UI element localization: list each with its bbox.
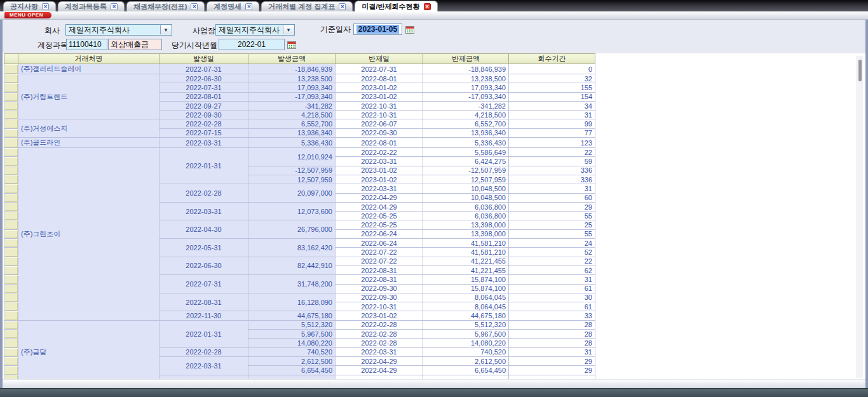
row-selector[interactable]	[4, 229, 18, 238]
collect-days-cell[interactable]: 55	[509, 229, 595, 238]
settle-amount-cell[interactable]: 10,048,500	[423, 193, 509, 202]
collect-days-cell[interactable]: 123	[509, 138, 595, 148]
settle-date-cell[interactable]: 2023-01-02	[336, 92, 423, 101]
settle-date-cell[interactable]: 2022-04-29	[336, 356, 423, 365]
settle-date-cell[interactable]: 2023-01-02	[336, 311, 423, 320]
tab-6[interactable]: 미결/반제회수현황✕	[355, 1, 437, 11]
collect-days-cell[interactable]: 24	[509, 239, 595, 248]
customer-name-cell[interactable]: (주)갤러리드슬레이	[18, 64, 159, 74]
menu-open-button[interactable]: MENU OPEN	[4, 12, 51, 18]
column-header-3[interactable]: 발생금액	[248, 54, 336, 64]
collect-days-cell[interactable]: 336	[509, 175, 595, 184]
site-select[interactable]: 제일저지주식회사 ▾	[215, 24, 295, 36]
settle-date-cell[interactable]: 2022-06-07	[336, 119, 423, 128]
settle-amount-cell[interactable]: 17,093,340	[423, 83, 509, 92]
collect-days-cell[interactable]: 60	[509, 193, 595, 202]
occur-amount-cell[interactable]: 13,936,340	[248, 128, 336, 137]
occur-date-cell[interactable]: 2022-05-31	[159, 239, 248, 257]
occur-amount-cell[interactable]: 6,654,450	[248, 366, 336, 375]
occur-amount-cell[interactable]: -12,507,959	[248, 166, 336, 175]
row-selector[interactable]	[4, 248, 18, 257]
settle-date-cell[interactable]: 2023-01-02	[336, 175, 423, 184]
occur-amount-cell[interactable]: 26,796,000	[248, 220, 336, 239]
settle-date-cell[interactable]: 2022-09-30	[336, 293, 423, 302]
row-selector[interactable]	[4, 356, 18, 365]
settle-date-cell[interactable]: 2022-05-25	[336, 212, 423, 220]
period-input[interactable]: 2022-01	[219, 39, 285, 50]
tab-close-icon[interactable]: ✕	[111, 3, 118, 10]
settle-date-cell[interactable]: 2022-03-31	[336, 157, 423, 166]
collect-days-cell[interactable]: 31	[509, 184, 595, 193]
row-selector[interactable]	[4, 166, 18, 175]
tab-3[interactable]: 채권채무장(전표)✕	[126, 1, 205, 11]
occur-amount-cell[interactable]: 44,675,180	[248, 311, 336, 320]
row-selector[interactable]	[4, 64, 18, 74]
settle-amount-cell[interactable]: -341,282	[423, 101, 509, 110]
tab-close-icon[interactable]: ✕	[424, 3, 431, 10]
occur-amount-cell[interactable]: 31,748,200	[248, 275, 336, 293]
row-selector[interactable]	[4, 184, 18, 193]
settle-amount-cell[interactable]: 41,581,210	[423, 248, 509, 257]
occur-date-cell[interactable]: 2022-08-01	[159, 92, 248, 101]
row-selector[interactable]	[4, 220, 18, 229]
row-selector[interactable]	[4, 320, 18, 329]
occur-date-cell[interactable]: 2022-02-28	[159, 184, 248, 203]
collect-days-cell[interactable]: 29	[509, 356, 595, 365]
occur-date-cell[interactable]: 2022-02-28	[159, 347, 248, 356]
row-selector[interactable]	[4, 311, 18, 320]
occur-date-cell[interactable]: 2022-11-30	[159, 311, 248, 320]
customer-name-cell[interactable]: (주)거림트렌드	[18, 74, 159, 119]
collect-days-cell[interactable]: 29	[509, 366, 595, 375]
tab-close-icon[interactable]: ✕	[42, 3, 49, 10]
settle-amount-cell[interactable]: 5,967,500	[423, 330, 509, 339]
tab-close-icon[interactable]: ✕	[339, 3, 346, 10]
collect-days-cell[interactable]: 336	[509, 166, 595, 175]
occur-date-cell[interactable]: 2022-01-31	[159, 320, 248, 347]
row-selector[interactable]	[4, 138, 18, 148]
settle-amount-cell[interactable]: 13,398,000	[423, 220, 509, 229]
settle-date-cell[interactable]: 2022-02-22	[336, 148, 423, 157]
occur-amount-cell[interactable]: -17,093,340	[248, 92, 336, 101]
collect-days-cell[interactable]: 31	[509, 347, 595, 356]
row-selector[interactable]	[4, 148, 18, 157]
collect-days-cell[interactable]: 30	[509, 293, 595, 302]
settle-amount-cell[interactable]: -17,093,340	[423, 92, 509, 101]
occur-amount-cell[interactable]: 83,162,420	[248, 239, 336, 257]
occur-amount-cell[interactable]: -18,846,939	[248, 64, 336, 74]
collect-days-cell[interactable]: 77	[509, 128, 595, 137]
collect-days-cell[interactable]: 29	[509, 202, 595, 211]
calendar-icon[interactable]	[287, 40, 296, 49]
occur-date-cell[interactable]: 2022-08-31	[159, 293, 248, 311]
chevron-down-icon[interactable]: ▾	[283, 25, 294, 34]
settle-date-cell[interactable]: 2022-09-30	[336, 284, 423, 293]
settle-date-cell[interactable]: 2022-10-31	[336, 302, 423, 311]
row-selector[interactable]	[4, 330, 18, 339]
row-selector[interactable]	[4, 111, 18, 119]
tab-2[interactable]: 계정과목등록✕	[58, 1, 125, 11]
row-selector[interactable]	[4, 239, 18, 248]
settle-amount-cell[interactable]: 5,586,649	[423, 148, 509, 157]
settle-amount-cell[interactable]: 4,218,500	[423, 111, 509, 119]
settle-amount-cell[interactable]: 44,675,180	[423, 311, 509, 320]
tab-4[interactable]: 계정명세✕	[207, 1, 259, 11]
customer-name-cell[interactable]: (주)금담	[18, 320, 159, 380]
occur-amount-cell[interactable]: 14,080,220	[248, 339, 336, 347]
settle-date-cell[interactable]: 2022-10-31	[336, 101, 423, 110]
occur-amount-cell[interactable]: 16,128,090	[248, 293, 336, 311]
settle-amount-cell[interactable]: 6,036,800	[423, 202, 509, 211]
occur-amount-cell[interactable]: 740,520	[248, 347, 336, 356]
scrollbar-thumb[interactable]	[858, 60, 862, 81]
settle-amount-cell[interactable]: 2,612,500	[423, 356, 509, 365]
row-selector[interactable]	[4, 193, 18, 202]
settle-amount-cell[interactable]: 8,064,045	[423, 293, 509, 302]
collect-days-cell[interactable]: 59	[509, 157, 595, 166]
settle-date-cell[interactable]: 2022-07-22	[336, 248, 423, 257]
occur-date-cell[interactable]: 2022-07-31	[159, 64, 248, 74]
customer-name-cell[interactable]: (주)골드라인	[18, 138, 159, 148]
tab-1[interactable]: 공지사항✕	[3, 1, 56, 11]
settle-amount-cell[interactable]: 41,581,210	[423, 239, 509, 248]
row-selector[interactable]	[4, 175, 18, 184]
row-selector[interactable]	[4, 101, 18, 110]
occur-date-cell[interactable]: 2022-01-31	[159, 148, 248, 184]
settle-date-cell[interactable]: 2022-02-28	[336, 330, 423, 339]
